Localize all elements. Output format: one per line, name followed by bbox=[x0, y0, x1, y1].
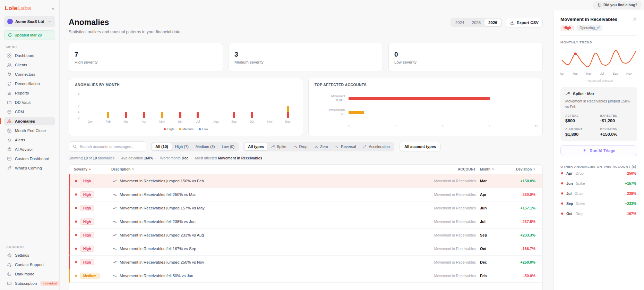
legend-label: High bbox=[167, 127, 174, 131]
severity-dot bbox=[75, 207, 77, 209]
type-filter-group: All typesSpikeDropZeroReversalAccelerati… bbox=[243, 142, 394, 151]
recon-icon bbox=[7, 81, 12, 86]
spike-field-label: DEVIATION bbox=[600, 127, 633, 131]
table-row[interactable]: HighMovement in Receivables fell 167% vs… bbox=[69, 242, 542, 256]
table-row[interactable]: HighMovement in Receivables jumped 233% … bbox=[69, 229, 542, 242]
search-input[interactable] bbox=[80, 144, 143, 149]
column-header-month[interactable]: Month⇅ bbox=[480, 167, 502, 171]
sidebar-item-reports[interactable]: Reports bbox=[4, 89, 55, 97]
y-tick-label: 1 bbox=[78, 110, 79, 114]
hbar-chart-title: TOP AFFECTED ACCOUNTS bbox=[315, 83, 536, 87]
column-header-deviation[interactable]: Deviation⇅ bbox=[502, 167, 535, 171]
anomaly-value: +157% bbox=[625, 181, 636, 185]
header-controls: 202420252026 Export CSV bbox=[450, 18, 543, 27]
trend-line-svg bbox=[560, 47, 637, 71]
stat-separator: · bbox=[191, 156, 192, 160]
sync-status-label: Updated Mar 28 bbox=[15, 33, 42, 37]
year-tab-2024[interactable]: 2024 bbox=[452, 19, 468, 26]
sidebar-item-ai-advisor[interactable]: AI Advisor bbox=[4, 145, 55, 154]
sidebar-item-dd-vault[interactable]: DD Vault bbox=[4, 98, 55, 107]
severity-chip-medium-3[interactable]: Medium (3) bbox=[192, 143, 218, 150]
sidebar-item-month-end-close[interactable]: Month-End Close bbox=[4, 126, 55, 135]
table-row[interactable]: HighMovement in Receivables fell 238% vs… bbox=[69, 215, 542, 229]
sidebar-item-label: Reports bbox=[15, 91, 29, 95]
sidebar-collapse-icon[interactable]: « bbox=[52, 6, 54, 11]
month-cell: Oct bbox=[480, 247, 502, 251]
x-tick-label: Jun bbox=[176, 120, 184, 123]
type-chip-label: All types bbox=[248, 144, 264, 149]
trend-up-icon bbox=[271, 144, 275, 149]
sidebar-item-anomalies[interactable]: Anomalies bbox=[4, 117, 55, 125]
sidebar-item-crm[interactable]: CRM bbox=[4, 108, 55, 116]
sidebar-item-contact-support[interactable]: Contact Support bbox=[4, 260, 55, 269]
sidebar-item-connectors[interactable]: Connectors bbox=[4, 70, 55, 78]
sidebar-item-subscription[interactable]: SubscriptionIndividual bbox=[4, 279, 55, 288]
other-anomaly-row[interactable]: JunSpike+157% bbox=[560, 179, 637, 189]
table-row[interactable]: HighMovement in Receivables jumped 250% … bbox=[69, 256, 542, 269]
type-chip-spike[interactable]: Spike bbox=[267, 143, 290, 150]
trend-down-icon bbox=[112, 274, 117, 278]
type-chip-reversal[interactable]: Reversal bbox=[332, 143, 359, 150]
sidebar-item-dashboard[interactable]: Dashboard bbox=[4, 51, 55, 60]
summary-card-value: 7 bbox=[75, 51, 217, 58]
charts-row: ANOMALIES BY MONTH 0124 JanFebMarAprMayJ… bbox=[69, 78, 543, 136]
severity-badge: Medium bbox=[80, 273, 100, 279]
column-header-description[interactable]: Description⇅ bbox=[111, 167, 414, 171]
table-row[interactable]: MediumMovement in Receivables fell 50% v… bbox=[69, 269, 542, 283]
other-anomaly-row[interactable]: AprDrop-250% bbox=[560, 168, 637, 179]
logo-row: LoleLabs « bbox=[4, 4, 55, 16]
menu-section-label: MENU bbox=[6, 45, 53, 49]
run-ai-triage-button[interactable]: Run AI Triage bbox=[560, 145, 637, 156]
client-selector[interactable]: Acme SaaS Ltd bbox=[4, 16, 55, 27]
sidebar-item-label: CRM bbox=[15, 110, 24, 114]
sidebar-item-alerts[interactable]: Alerts bbox=[4, 136, 55, 144]
type-chip-zero[interactable]: Zero bbox=[311, 143, 332, 150]
close-icon[interactable] bbox=[632, 17, 637, 22]
account-cell: Movement in Receivables bbox=[414, 206, 480, 210]
type-chip-all-types[interactable]: All types bbox=[244, 143, 267, 150]
year-tab-2026[interactable]: 2026 bbox=[484, 19, 501, 26]
trend-up-icon bbox=[112, 260, 117, 265]
other-anomaly-row[interactable]: JulDrop-238% bbox=[560, 189, 637, 199]
summary-card-value: 3 bbox=[234, 51, 377, 58]
export-csv-button[interactable]: Export CSV bbox=[506, 18, 543, 27]
summary-card-label: Medium severity bbox=[234, 60, 377, 64]
sidebar-item-label: Month-End Close bbox=[15, 129, 46, 133]
severity-chip-all-10[interactable]: All (10) bbox=[152, 143, 172, 150]
sidebar-item-label: Settings bbox=[15, 253, 29, 257]
spike-detail-card: Spike · Mar Movement in Receivables jump… bbox=[560, 87, 637, 141]
column-header-severity[interactable]: Severity∧ bbox=[74, 167, 111, 171]
highlighted-point[interactable] bbox=[574, 52, 577, 55]
table-row[interactable]: HighMovement in Receivables jumped 157% … bbox=[69, 201, 542, 215]
sidebar-item-label: DD Vault bbox=[15, 100, 31, 105]
type-chip-acceleration[interactable]: Acceleration bbox=[359, 143, 393, 150]
sidebar-item-reconciliation[interactable]: Reconciliation bbox=[4, 80, 55, 88]
trend-x-labels: JanMarMayJulSepNov bbox=[560, 72, 637, 76]
x-tick-label: 0 bbox=[348, 124, 350, 128]
table-row[interactable]: HighMovement in Receivables fell 250% vs… bbox=[69, 188, 542, 201]
type-chip-drop[interactable]: Drop bbox=[290, 143, 311, 150]
account-types-dropdown[interactable]: All account types bbox=[400, 142, 441, 151]
account-cell: Movement in Receivables bbox=[414, 192, 480, 197]
sidebar-item-custom-dashboard[interactable]: Custom Dashboard bbox=[4, 155, 55, 163]
search-box[interactable] bbox=[69, 141, 146, 152]
severity-badge: High bbox=[80, 205, 94, 211]
sidebar-item-what-s-coming[interactable]: What's Coming bbox=[4, 164, 55, 172]
sidebar-item-settings[interactable]: Settings bbox=[4, 251, 55, 259]
severity-chip-high-7[interactable]: High (7) bbox=[172, 143, 192, 150]
sidebar-item-dark-mode[interactable]: Dark mode bbox=[4, 270, 55, 278]
sort-icon: ⇅ bbox=[132, 168, 134, 171]
sidebar-item-label: Dark mode bbox=[15, 272, 34, 276]
trend-up-icon bbox=[112, 233, 117, 238]
table-row[interactable]: HighMovement in Receivables jumped 150% … bbox=[69, 174, 542, 188]
bug-report-button[interactable]: Did you find a bug? bbox=[593, 1, 641, 9]
other-anomaly-row[interactable]: OctDrop-167% bbox=[560, 209, 637, 219]
bar-segment bbox=[287, 106, 289, 112]
severity-dot bbox=[75, 234, 77, 236]
sidebar-item-clients[interactable]: Clients bbox=[4, 61, 55, 69]
severity-chip-low-0[interactable]: Low (0) bbox=[218, 143, 238, 150]
sync-status-pill[interactable]: Updated Mar 28 bbox=[4, 30, 55, 40]
other-anomaly-row[interactable]: SepSpike+233% bbox=[560, 199, 637, 209]
year-tab-2025[interactable]: 2025 bbox=[468, 19, 485, 26]
bar-chart-y-axis: 0124 bbox=[75, 91, 81, 118]
